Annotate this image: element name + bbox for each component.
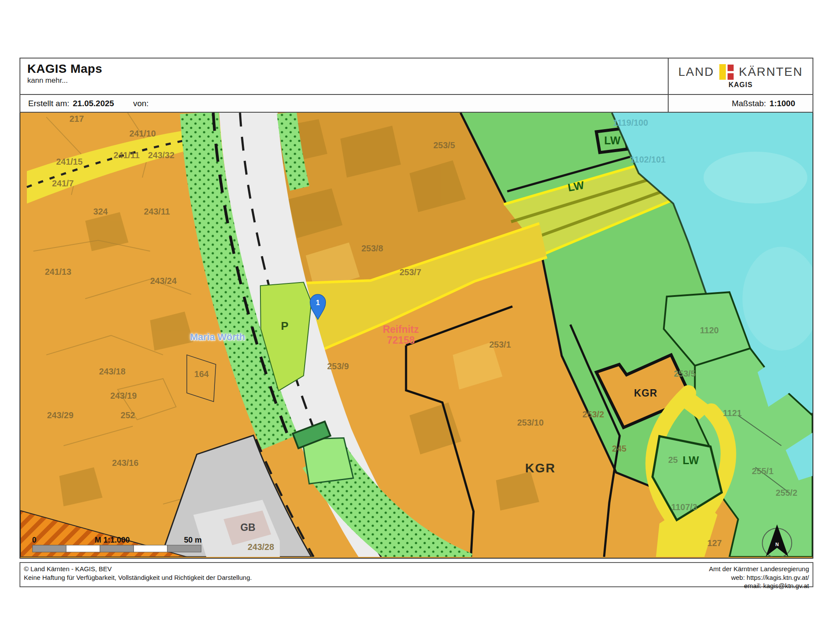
copyright-line: © Land Kärnten - KAGIS, BEV: [24, 565, 252, 573]
map-canvas: 1 N: [20, 113, 812, 557]
scale-value: 1:1000: [770, 99, 795, 108]
print-sheet: KAGIS Maps kann mehr... LAND KÄRNTEN KAG…: [20, 58, 813, 587]
kaernten-logo-icon: [719, 64, 734, 80]
created-label: Erstellt am:: [28, 99, 69, 108]
logo-text-kaernten: KÄRNTEN: [739, 65, 803, 79]
brand-logo: LAND KÄRNTEN KAGIS: [668, 59, 812, 94]
info-bar: Erstellt am: 21.05.2025 von: Maßstab: 1:…: [20, 95, 813, 113]
header: KAGIS Maps kann mehr... LAND KÄRNTEN KAG…: [20, 58, 813, 95]
app-subtitle: kann mehr...: [27, 76, 661, 85]
created-date: 21.05.2025: [73, 99, 114, 108]
scale-label: Maßstab:: [732, 99, 766, 108]
web-line: web: https://kagis.ktn.gv.at/: [709, 573, 809, 582]
agency-line: Amt der Kärntner Landesregierung: [709, 565, 809, 573]
map-viewport[interactable]: 1 N 217241/10241/11243/32241/15241/73242…: [20, 113, 813, 559]
email-line: email: kagis@ktn.gv.at: [709, 582, 809, 590]
scale-bar: [32, 545, 201, 552]
disclaimer-line: Keine Haftung für Verfügbarkeit, Vollstä…: [24, 573, 252, 582]
marker-number: 1: [316, 299, 320, 306]
north-label: N: [775, 542, 779, 547]
greenbelt-top-right: [287, 113, 300, 189]
created-by-label: von:: [133, 99, 149, 108]
logo-text-land: LAND: [678, 65, 714, 79]
footer: © Land Kärnten - KAGIS, BEV Keine Haftun…: [20, 562, 813, 587]
app-title: KAGIS Maps: [27, 62, 661, 76]
logo-text-kagis: KAGIS: [728, 81, 753, 89]
parcel-253-11: [302, 438, 354, 484]
